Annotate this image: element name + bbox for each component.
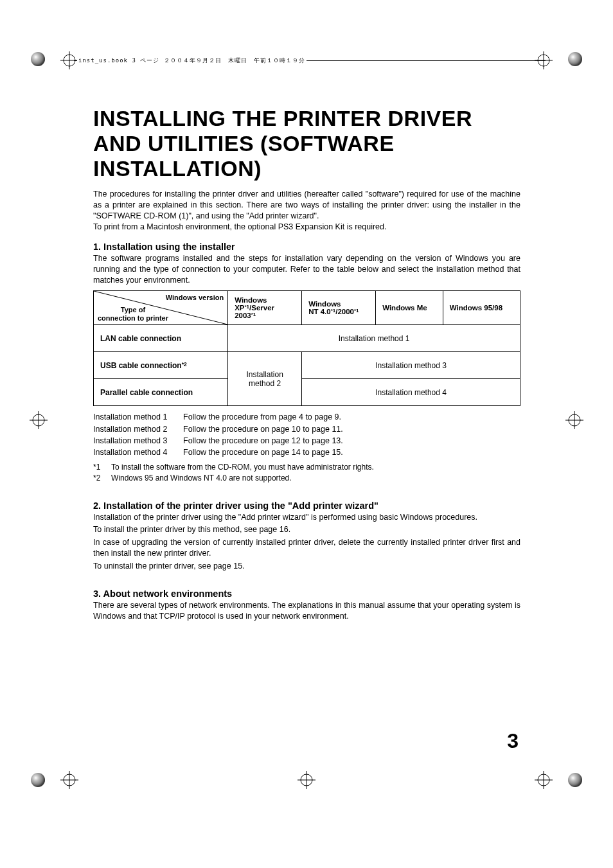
cell-method-2: Installation method 2 [228,352,302,406]
method-1-text: Follow the procedure from page 4 to page… [183,411,341,423]
cell-method-3: Installation method 3 [302,352,520,379]
method-4-text: Follow the procedure on page 14 to page … [183,447,343,458]
section-2-p3: In case of upgrading the version of curr… [93,537,520,559]
column-header-me: Windows Me [376,291,443,325]
intro-paragraph-2: To print from a Macintosh environment, t… [93,222,387,231]
method-2-label: Installation method 2 [93,423,183,435]
section-3-body: There are several types of network envir… [93,600,520,622]
method-3-label: Installation method 3 [93,435,183,447]
registration-mark [535,771,553,789]
row-header-parallel: Parallel cable connection [94,379,228,406]
row-header-usb: USB cable connection*2 [94,352,228,379]
crop-sphere [568,52,582,66]
section-2-heading: 2. Installation of the printer driver us… [93,500,520,511]
header-meta-text: inst_us.book 3 ページ ２００４年９月２日 木曜日 午前１０時１９… [77,57,306,65]
page-number: 3 [507,729,519,753]
crop-sphere [568,773,582,787]
section-3-heading: 3. About network environments [93,589,520,599]
cell-method-4: Installation method 4 [302,379,520,406]
registration-mark [298,771,315,789]
crop-sphere [31,773,45,787]
diag-header-top: Windows version [166,294,224,301]
method-3-text: Follow the procedure on page 12 to page … [183,435,343,447]
method-2-text: Follow the procedure on page 10 to page … [183,423,343,435]
section-1-heading: 1. Installation using the installer [93,242,520,252]
footnote-2-text: Windows 95 and Windows NT 4.0 are not su… [111,473,292,484]
diag-header-bottom: Type of connection to printer [98,306,168,322]
intro-paragraph-1: The procedures for installing the printe… [93,190,520,220]
method-reference-list: Installation method 1Follow the procedur… [93,411,520,458]
section-2-p2: To install the printer driver by this me… [93,524,520,535]
row-header-lan: LAN cable connection [94,325,228,352]
footnote-1-num: *1 [93,462,111,473]
section-2-p1: Installation of the printer driver using… [93,512,520,523]
registration-mark [60,771,78,789]
column-header-xp: Windows XP*1/Server 2003*1 [228,291,302,325]
registration-mark [565,411,583,429]
registration-mark [30,411,48,429]
cell-method-1: Installation method 1 [228,325,520,352]
installation-method-table: Windows version Type of connection to pr… [93,290,520,406]
footnote-2-num: *2 [93,473,111,484]
footnote-1-text: To install the software from the CD-ROM,… [111,462,374,473]
page-title: INSTALLING THE PRINTER DRIVER AND UTILIT… [93,106,520,181]
footnotes: *1To install the software from the CD-RO… [93,462,520,484]
section-1-body: The software programs installed and the … [93,253,520,286]
method-1-label: Installation method 1 [93,411,183,423]
section-2-p4: To uninstall the printer driver, see pag… [93,561,520,572]
method-4-label: Installation method 4 [93,447,183,458]
column-header-9598: Windows 95/98 [443,291,520,325]
crop-sphere [31,52,45,66]
column-header-nt: Windows NT 4.0*1/2000*1 [302,291,376,325]
table-diagonal-header: Windows version Type of connection to pr… [94,291,228,325]
page-content: INSTALLING THE PRINTER DRIVER AND UTILIT… [93,106,520,622]
